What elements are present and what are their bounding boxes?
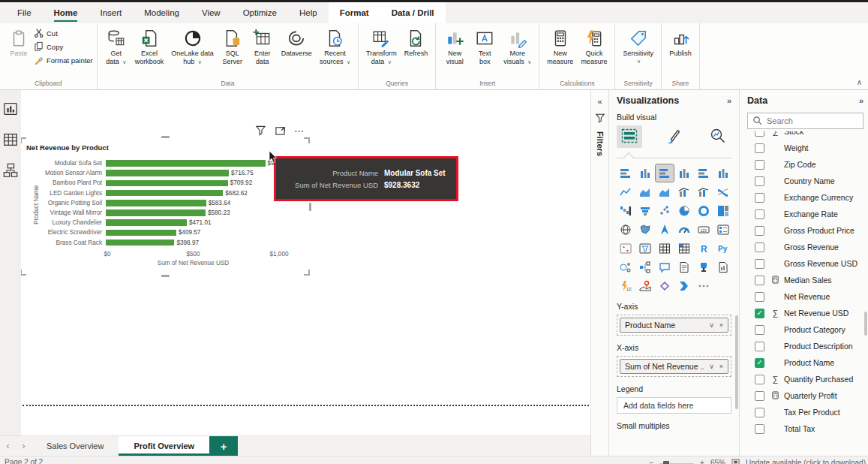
power-apps-visual-icon[interactable]: 123 xyxy=(617,277,635,294)
checkbox-quarterly-profit[interactable] xyxy=(755,391,764,401)
get-more-visuals-icon[interactable] xyxy=(695,277,713,294)
sql-server-button[interactable]: SQLServer xyxy=(218,24,248,65)
field-pill-sum-of-net-revenue[interactable]: Sum of Net Revenue ...∨× xyxy=(620,359,728,374)
power-automate-icon[interactable] xyxy=(675,277,693,294)
mode-tab-format-visual[interactable] xyxy=(661,125,686,148)
field-net-revenue[interactable]: Net Revenue xyxy=(747,288,863,305)
text-box-button[interactable]: Textbox xyxy=(470,24,500,65)
ribbon-tab-insert[interactable]: Insert xyxy=(89,2,133,23)
metrics-icon[interactable] xyxy=(695,258,713,276)
line-chart-icon[interactable] xyxy=(617,183,635,200)
format-painter-button[interactable]: Format painter xyxy=(34,55,93,65)
bar-motion-sensor-alarm[interactable] xyxy=(106,170,229,176)
kpi-icon[interactable] xyxy=(617,240,635,257)
field-quantity-purchased[interactable]: ∑Quantity Purchased xyxy=(747,371,863,387)
page-tab-profit-overview[interactable]: Profit Overview xyxy=(119,436,209,456)
qa-visual-icon[interactable] xyxy=(656,258,674,276)
line-and-stacked-column-chart-icon[interactable] xyxy=(675,183,693,200)
stacked-area-chart-icon[interactable] xyxy=(656,183,674,200)
sensitivity-button[interactable]: Sensitivity∨ xyxy=(619,24,657,65)
field-exchange-rate[interactable]: Exchange Rate xyxy=(747,206,863,222)
fit-to-page-icon[interactable] xyxy=(731,458,740,464)
arcgis-map-icon[interactable] xyxy=(636,277,654,294)
field-stock[interactable]: ∑Stock xyxy=(747,131,863,140)
slicer-icon[interactable] xyxy=(636,240,654,257)
filters-pane-label[interactable]: Filters xyxy=(596,131,605,156)
field-gross-revenue[interactable]: Gross Revenue xyxy=(747,239,863,255)
field-exchange-currency[interactable]: Exchange Currency xyxy=(747,189,863,206)
ribbon-tab-data-drill[interactable]: Data / Drill xyxy=(380,2,446,23)
checkbox-median-sales[interactable] xyxy=(755,276,764,285)
field-net-revenue-usd[interactable]: ✓∑Net Revenue USD xyxy=(747,305,863,321)
visualizations-collapse-icon[interactable]: » xyxy=(727,96,731,105)
ribbon-tab-format[interactable]: Format xyxy=(329,2,380,23)
checkbox-total-tax[interactable] xyxy=(755,424,764,434)
bar-electric-screwdriver[interactable] xyxy=(106,230,176,237)
data-pane-collapse-icon[interactable]: » xyxy=(859,96,863,105)
new-measure-button[interactable]: Newmeasure xyxy=(543,24,577,65)
zoom-out-button[interactable]: − xyxy=(649,459,653,464)
remove-field-icon[interactable]: × xyxy=(719,363,723,370)
dropdown-chevron-icon[interactable]: ∨ xyxy=(637,58,641,66)
ribbon-tab-help[interactable]: Help xyxy=(288,2,329,23)
field-weight[interactable]: Weight xyxy=(747,140,863,156)
decomposition-tree-icon[interactable] xyxy=(636,258,654,276)
well-legend-empty[interactable]: Add data fields here xyxy=(617,397,731,414)
stacked-bar-chart-icon[interactable] xyxy=(617,164,635,182)
field-search-box[interactable] xyxy=(747,113,863,129)
more-visuals-button[interactable]: Morevisuals ∨ xyxy=(500,24,535,66)
azure-map-icon[interactable] xyxy=(656,221,674,238)
checkbox-product-name[interactable]: ✓ xyxy=(755,358,764,368)
ribbon-tab-file[interactable]: File xyxy=(6,2,43,23)
checkbox-quantity-purchased[interactable] xyxy=(755,375,764,384)
card-icon[interactable]: 123 xyxy=(695,221,713,238)
selection-handle-top[interactable] xyxy=(161,136,170,138)
ribbon-tab-optimize[interactable]: Optimize xyxy=(232,2,288,23)
filters-expand-icon[interactable]: « xyxy=(597,97,602,106)
selection-handle-right[interactable] xyxy=(309,203,311,211)
clustered-bar-chart-icon[interactable] xyxy=(656,164,674,182)
gauge-icon[interactable] xyxy=(675,221,693,238)
filter-icon[interactable] xyxy=(255,125,266,137)
field-total-tax[interactable]: Total Tax xyxy=(747,420,863,437)
bar-bamboo-plant-pot[interactable] xyxy=(106,180,228,187)
area-chart-icon[interactable] xyxy=(636,183,654,200)
checkbox-country-name[interactable] xyxy=(755,176,764,186)
checkbox-gross-revenue-usd[interactable] xyxy=(755,259,764,269)
more-options-icon[interactable]: ⋯ xyxy=(294,125,305,137)
hundred-stacked-column-chart-icon[interactable] xyxy=(714,164,732,182)
selection-corner-tl[interactable] xyxy=(21,137,26,143)
bar-luxury-chandelier[interactable] xyxy=(106,219,187,226)
recent-sources-button[interactable]: Recentsources ∨ xyxy=(316,24,354,66)
checkbox-stock[interactable] xyxy=(755,131,764,137)
checkbox-product-category[interactable] xyxy=(755,325,764,335)
waterfall-chart-icon[interactable] xyxy=(617,202,635,219)
table-icon[interactable] xyxy=(656,240,674,257)
prev-page-icon[interactable]: ‹ xyxy=(0,436,16,456)
checkbox-gross-product-price[interactable] xyxy=(755,226,764,236)
checkbox-net-revenue-usd[interactable]: ✓ xyxy=(755,309,764,318)
checkbox-tax-per-product[interactable] xyxy=(755,408,764,417)
checkbox-gross-revenue[interactable] xyxy=(755,243,764,252)
field-product-description[interactable]: Product Description xyxy=(747,338,863,354)
new-page-button[interactable]: + xyxy=(209,436,238,456)
remove-field-icon[interactable]: × xyxy=(719,321,723,329)
key-influencers-icon[interactable] xyxy=(617,258,635,276)
checkbox-weight[interactable] xyxy=(755,143,764,153)
line-and-clustered-column-chart-icon[interactable] xyxy=(695,183,713,200)
funnel-chart-icon[interactable] xyxy=(636,202,654,219)
r-script-visual-icon[interactable]: R xyxy=(695,240,713,257)
selection-corner-bl[interactable] xyxy=(21,270,26,276)
focus-mode-icon[interactable] xyxy=(275,125,286,137)
field-zip-code[interactable]: Zip Code xyxy=(747,156,863,173)
onelake-data-hub-button[interactable]: OneLake datahub ∨ xyxy=(167,24,218,66)
ribbon-tab-view[interactable]: View xyxy=(191,2,232,23)
bar-chart-visual[interactable]: Net Revenue by Product Product Name Modu… xyxy=(23,140,308,273)
field-median-sales[interactable]: Median Sales xyxy=(747,272,863,288)
search-input[interactable] xyxy=(767,116,858,125)
copy-button[interactable]: Copy xyxy=(34,41,93,52)
zoom-in-button[interactable]: + xyxy=(700,459,704,464)
model-view-button[interactable] xyxy=(2,162,20,180)
checkbox-exchange-rate[interactable] xyxy=(755,209,764,219)
chevron-down-icon[interactable]: ∨ xyxy=(709,363,714,370)
